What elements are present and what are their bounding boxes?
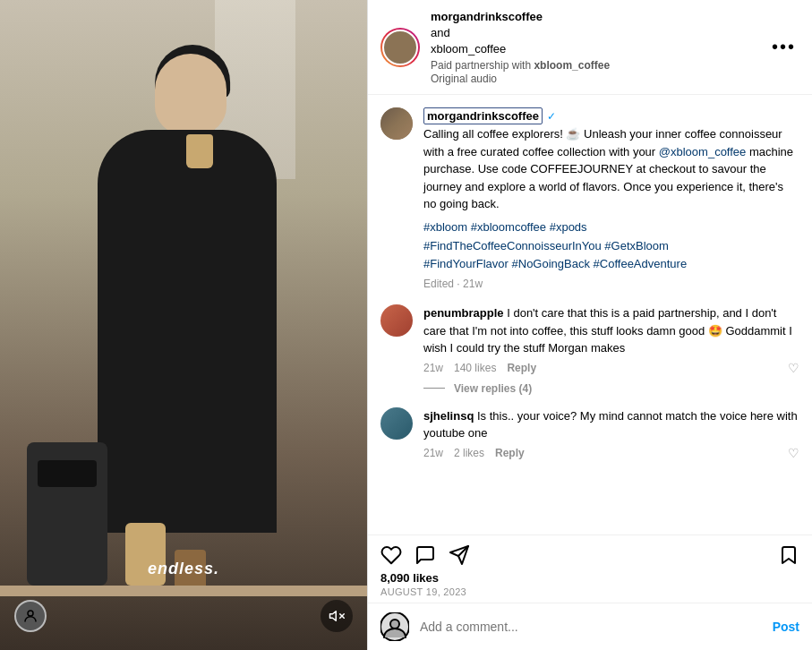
commenter-username-2[interactable]: sjhelinsq [423,409,474,423]
content-area: morgandrinkscoffee ✓ Calling all coffee … [368,95,812,535]
header-username1[interactable]: morgandrinkscoffee [431,9,768,25]
video-panel: endless. [0,0,367,650]
comment-meta-2: 21w 2 likes Reply ♡ [423,446,799,460]
input-user-avatar [380,612,409,641]
comment-like-icon-2[interactable]: ♡ [788,446,799,460]
like-button[interactable] [380,544,402,566]
comment-meta-1: 21w 140 likes Reply ♡ [423,361,799,375]
comment-reply-button-2[interactable]: Reply [495,447,525,459]
header-username2[interactable]: xbloom_coffee [431,41,768,57]
video-controls [0,600,367,632]
comment-likes-1: 140 likes [454,362,496,374]
caption-edited-time: Edited · 21w [423,278,799,290]
comment-2: sjhelinsq Is this.. your voice? My mind … [380,407,799,460]
view-replies-line [423,388,445,389]
comment-1: penumbrapple I don't care that this is a… [380,304,799,375]
comment-time-2: 21w [423,447,443,459]
caption-section: morgandrinkscoffee ✓ Calling all coffee … [380,107,799,290]
svg-marker-1 [330,612,337,621]
caption-hashtags[interactable]: #xbloom #xbloomcoffee #xpods #FindTheCof… [423,218,799,274]
comment-content-2: sjhelinsq Is this.. your voice? My mind … [423,407,799,460]
view-replies-1[interactable]: View replies (4) [423,382,799,395]
post-panel: morgandrinkscoffee and xbloom_coffee Pai… [367,0,812,650]
header-original-audio[interactable]: Original audio [431,73,768,85]
caption-username[interactable]: morgandrinkscoffee [423,107,543,124]
caption-mention[interactable]: @xbloom_coffee [659,145,747,158]
more-options-button[interactable]: ••• [768,37,799,57]
header-info: morgandrinkscoffee and xbloom_coffee Pai… [431,9,768,85]
table [0,586,367,596]
caption-text: Calling all coffee explorers! ☕ Unleash … [423,125,799,213]
post-header: morgandrinkscoffee and xbloom_coffee Pai… [368,0,812,95]
comment-avatar-2 [380,407,413,440]
header-and: and [431,25,768,41]
user-avatar-small[interactable] [14,600,47,632]
post-comment-button[interactable]: Post [773,620,799,634]
comment-content-1: penumbrapple I don't care that this is a… [423,304,799,375]
svg-point-7 [390,620,399,629]
likes-count: 8,090 likes [380,571,799,585]
comment-input-field[interactable] [420,620,762,634]
comment-reply-button-1[interactable]: Reply [507,362,536,374]
header-avatar-ring [380,28,420,67]
coffee-machine [27,442,107,586]
header-paid-partnership: Paid partnership with xbloom_coffee [431,58,768,73]
share-button[interactable] [449,544,470,566]
post-date: August 19, 2023 [380,586,799,597]
verified-badge: ✓ [544,110,556,123]
caption-avatar [380,107,413,140]
comment-text-1: penumbrapple I don't care that this is a… [423,304,799,357]
mute-button[interactable] [321,600,353,632]
view-replies-text-1[interactable]: View replies (4) [454,382,532,395]
comment-input-area: Post [368,603,812,650]
svg-point-0 [28,611,33,616]
commenter-username-1[interactable]: penumbrapple [423,306,504,320]
comment-button[interactable] [415,544,436,566]
overlay-text: endless. [148,560,219,578]
comment-text-2: sjhelinsq Is this.. your voice? My mind … [423,407,799,442]
save-button[interactable] [778,544,799,566]
header-avatar-img [382,30,418,65]
caption-content: morgandrinkscoffee ✓ Calling all coffee … [423,107,799,290]
comment-likes-2: 2 likes [454,447,484,459]
comment-avatar-1 [380,304,413,337]
comment-like-icon-1[interactable]: ♡ [788,361,799,375]
action-bar: 8,090 likes August 19, 2023 [368,535,812,603]
header-partner-name[interactable]: xbloom_coffee [534,59,610,72]
comment-time-1: 21w [423,362,443,374]
action-icons [380,544,799,566]
